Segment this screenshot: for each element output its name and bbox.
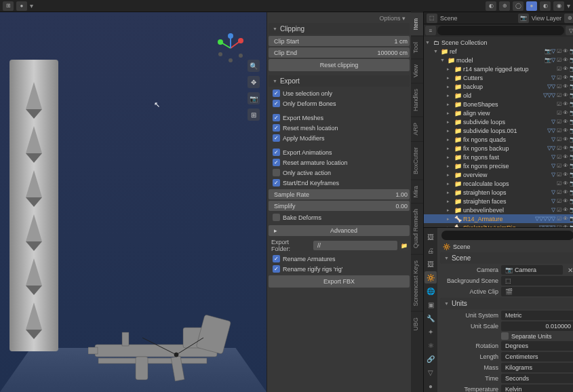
render-icon[interactable]: 📷 [570,189,573,195]
start-end-kf-checkbox[interactable]: ✓ [273,179,280,187]
render-icon[interactable]: 📷 [570,110,573,116]
tree-row[interactable]: ▸🦴R14_Armature▽▽▽▽▽☑ 👁 📷 [424,214,573,223]
visibility-icon[interactable]: 👁 [563,128,568,134]
rename-rigify-checkbox[interactable]: ✓ [273,265,280,273]
visibility-icon[interactable]: 👁 [563,110,568,116]
clear-camera-icon[interactable]: ✕ [566,267,573,274]
reset-mesh-checkbox[interactable]: ✓ [273,124,280,132]
shading-matcap-icon[interactable]: ◐ [540,1,551,11]
exclude-icon[interactable]: ☑ [557,172,561,178]
visibility-icon[interactable]: 👁 [563,66,568,72]
scene-panel-header[interactable]: Scene [440,252,573,264]
tree-row[interactable]: ▼📁model📷▽☑ 👁 📷 [424,56,573,64]
visibility-icon[interactable]: 👁 [563,101,568,107]
export-header[interactable]: Export [269,75,410,87]
exclude-icon[interactable]: ☑ [557,75,561,81]
visibility-icon[interactable]: 👁 [563,136,568,142]
render-icon[interactable]: 📷 [570,66,573,72]
tree-row[interactable]: ▸📁backup▽▽☑ 👁 📷 [424,82,573,91]
tree-row[interactable]: ▸📁subdivide loops▽☑ 👁 📷 [424,117,573,126]
visibility-icon[interactable]: 👁 [563,57,568,63]
render-icon[interactable]: 📷 [570,207,573,213]
exclude-icon[interactable]: ☑ [557,136,561,142]
visibility-icon[interactable]: 👁 [563,75,568,81]
tree-row[interactable]: ▸🦴SkeletalNoAnimRig▽▽▽▽☑ 👁 📷 [424,223,573,228]
exclude-icon[interactable]: ☑ [557,92,561,98]
rotation-dropdown[interactable]: Degrees [501,341,573,351]
deform-bones-checkbox[interactable]: ✓ [273,100,280,107]
world-tab-icon[interactable]: 🌐 [424,285,437,297]
apply-modifiers-checkbox[interactable]: ✓ [273,134,280,142]
tree-row[interactable]: ▸📁r14 sample rigged setup☑ 👁 📷 [424,64,573,73]
n-tab-item[interactable]: Item [411,12,423,36]
render-icon[interactable]: 📷 [570,163,573,169]
unit-scale-field[interactable]: 0.010000 [501,321,573,331]
tree-row[interactable]: ▸📁subdivide loops.001▽▽☑ 👁 📷 [424,126,573,135]
tree-row[interactable]: ▸📁fix ngons quads▽☑ 👁 📷 [424,135,573,144]
simplify-field[interactable]: Simplify 0.00 [269,201,410,211]
length-dropdown[interactable]: Centimeters [501,352,573,361]
constraint-tab-icon[interactable]: 🔗 [424,353,437,365]
visibility-icon[interactable]: 👁 [563,145,568,151]
tree-row[interactable]: ▸📁straighten faces▽☑ 👁 📷 [424,197,573,205]
outliner-mode-icon[interactable]: ≡ [425,26,436,35]
tree-row[interactable]: ▸📁fix ngons fast▽☑ 👁 📷 [424,153,573,161]
clip-end-field[interactable]: Clip End 100000 cm [269,47,410,58]
time-dropdown[interactable]: Seconds [501,374,573,383]
shading-rendered-icon[interactable]: ◉ [553,1,564,11]
gizmo-icon[interactable]: ⊕ [499,1,510,11]
export-anims-checkbox[interactable]: ✓ [273,149,280,156]
exclude-icon[interactable]: ☑ [557,154,561,160]
render-icon[interactable]: 📷 [570,128,573,134]
scene-icon[interactable]: ⬚ [427,14,437,23]
render-icon[interactable]: 📷 [570,172,573,178]
visibility-icon[interactable]: 👁 [563,198,568,204]
filter-icon[interactable]: ▽ [566,26,573,35]
rename-armatures-checkbox[interactable]: ✓ [273,255,280,262]
perspective-icon[interactable]: ⊞ [248,109,260,121]
output-tab-icon[interactable]: 🖨 [424,244,437,256]
visibility-icon[interactable]: 👁 [563,189,568,195]
overlay-icon[interactable]: ◐ [486,1,496,11]
visibility-icon[interactable]: 👁 [563,172,568,178]
exclude-icon[interactable]: ☑ [557,57,561,63]
exclude-icon[interactable]: ☑ [557,48,561,54]
render-icon[interactable]: 📷 [570,216,573,222]
n-tab-boxcutter[interactable]: BoxCutter [411,141,423,180]
camera-dropdown[interactable]: 📷 Camera [501,265,563,275]
visibility-icon[interactable]: 👁 [563,119,568,125]
unit-system-dropdown[interactable]: Metric [501,311,573,320]
viewlayer-icon[interactable]: 📷 [518,14,529,23]
object-tab-icon[interactable]: ▣ [424,298,437,311]
editor-type-icon[interactable]: ⊞ [3,1,14,11]
render-icon[interactable]: 📷 [570,154,573,160]
outliner-search-input[interactable] [437,26,564,35]
physics-tab-icon[interactable]: ⚛ [424,339,437,351]
exclude-icon[interactable]: ☑ [557,101,561,107]
tree-row[interactable]: ▸📁BoneShapes☑ 👁 📷 [424,100,573,109]
render-icon[interactable]: 📷 [570,101,573,107]
mass-dropdown[interactable]: Kilograms [501,363,573,372]
tree-row[interactable]: ▸📁straighten loops▽☑ 👁 📷 [424,188,573,197]
render-icon[interactable]: 📷 [570,83,573,90]
clipping-header[interactable]: Clipping [269,23,410,35]
units-panel-header[interactable]: Units [440,298,573,309]
camera-view-icon[interactable]: 📷 [248,92,260,104]
render-icon[interactable]: 📷 [570,75,573,81]
tree-row[interactable]: ▸📁old▽▽▽☑ 👁 📷 [424,91,573,100]
bake-deforms-checkbox[interactable]: ✓ [273,214,280,221]
clip-start-field[interactable]: Clip Start 1 cm [269,36,410,46]
exclude-icon[interactable]: ☑ [557,145,561,151]
dropdown-arrow[interactable]: ▾ [30,2,33,9]
tree-row[interactable]: ▸📁align view☑ 👁 📷 [424,109,573,117]
reset-armature-checkbox[interactable]: ✓ [273,159,280,166]
n-tab-handles[interactable]: Handles [411,83,423,117]
n-tab-view[interactable]: View [411,58,423,83]
render-tab-icon[interactable]: 🖼 [424,231,437,243]
exclude-icon[interactable]: ☑ [557,163,561,169]
move-view-icon[interactable]: ✥ [248,76,260,88]
n-tab-arp[interactable]: ARP [411,117,423,141]
n-tab-quad-remesh[interactable]: Quad Remesh [411,203,423,254]
shading-solid-icon[interactable]: ● [526,1,537,11]
tree-row[interactable]: ▸📁unbevelinbevel▽☑ 👁 📷 [424,205,573,214]
